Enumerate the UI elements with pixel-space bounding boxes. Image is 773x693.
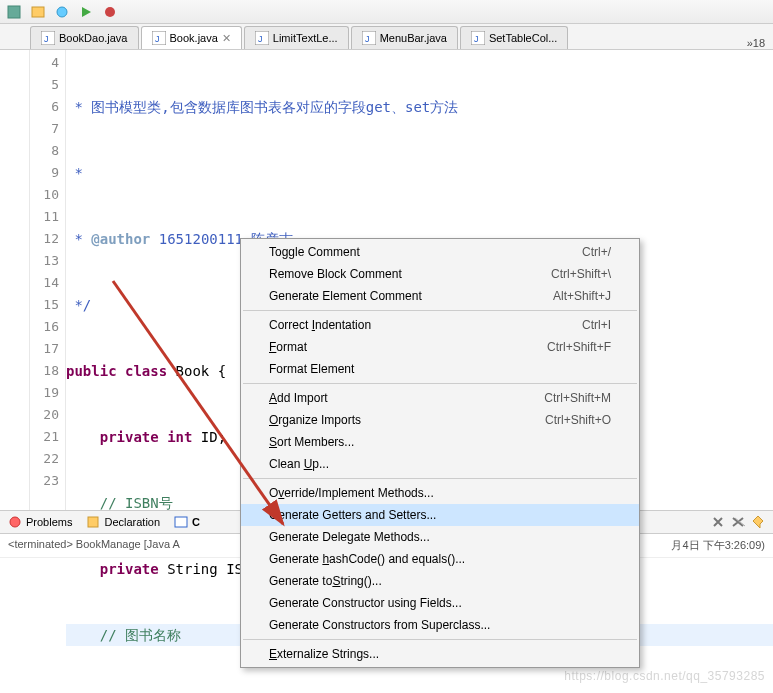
svg-text:J: J [258,34,263,44]
tab-label: MenuBar.java [380,32,447,44]
menu-item-label: Sort Members... [269,435,354,449]
menu-item[interactable]: Sort Members... [241,431,639,453]
svg-rect-1 [32,7,44,17]
menu-item-label: Correct Indentation [269,318,371,332]
menu-item-label: Toggle Comment [269,245,360,259]
line-number: 20 [30,404,59,426]
menu-item[interactable]: Override/Implement Methods... [241,482,639,504]
line-number: 23 [30,470,59,492]
menu-item-label: Add Import [269,391,328,405]
menu-item-shortcut: Ctrl+/ [582,245,611,259]
line-number: 18 [30,360,59,382]
menu-item-label: Remove Block Comment [269,267,402,281]
menu-item-shortcut: Ctrl+Shift+O [545,413,611,427]
tab-menubar[interactable]: J MenuBar.java [351,26,458,49]
tab-limittext[interactable]: J LimitTextLe... [244,26,349,49]
svg-text:J: J [365,34,370,44]
menu-item[interactable]: FormatCtrl+Shift+F [241,336,639,358]
svg-point-15 [10,517,20,527]
menu-item-label: Externalize Strings... [269,647,379,661]
line-number: 11 [30,206,59,228]
tab-bookdao[interactable]: J BookDao.java [30,26,139,49]
line-number: 7 [30,118,59,140]
menu-item-label: Generate hashCode() and equals()... [269,552,465,566]
toolbar-icon[interactable] [30,4,46,20]
menu-item-shortcut: Ctrl+Shift+F [547,340,611,354]
toolbar-icon[interactable] [78,4,94,20]
line-number: 15 [30,294,59,316]
menu-item[interactable]: Clean Up... [241,453,639,475]
menu-separator [243,310,637,311]
problems-icon [8,515,22,529]
svg-marker-3 [82,7,91,17]
menu-item[interactable]: Correct IndentationCtrl+I [241,314,639,336]
menu-item-shortcut: Ctrl+I [582,318,611,332]
menu-item[interactable]: Generate Element CommentAlt+Shift+J [241,285,639,307]
menu-item[interactable]: Generate Delegate Methods... [241,526,639,548]
folding-margin[interactable] [0,50,30,510]
menu-item-label: Override/Implement Methods... [269,486,434,500]
line-number: 6 [30,96,59,118]
menu-separator [243,478,637,479]
menu-item-label: Generate Delegate Methods... [269,530,430,544]
java-file-icon: J [362,31,376,45]
menu-item-shortcut: Ctrl+Shift+\ [551,267,611,281]
menu-item[interactable]: Add ImportCtrl+Shift+M [241,387,639,409]
tab-label: SetTableCol... [489,32,557,44]
tab-label: Book.java [170,32,218,44]
svg-text:J: J [155,34,160,44]
line-number: 17 [30,338,59,360]
svg-text:J: J [474,34,479,44]
menu-separator [243,383,637,384]
menu-item-label: Generate Element Comment [269,289,422,303]
tab-label: LimitTextLe... [273,32,338,44]
menu-item[interactable]: Remove Block CommentCtrl+Shift+\ [241,263,639,285]
menu-item-label: Format Element [269,362,354,376]
line-gutter: 4 5 6 7 8 9 10 11 12 13 14 15 16 17 18 1… [30,50,66,510]
line-number: 5 [30,74,59,96]
menu-item[interactable]: Organize ImportsCtrl+Shift+O [241,409,639,431]
menu-item-label: Generate Getters and Setters... [269,508,436,522]
menu-item-shortcut: Alt+Shift+J [553,289,611,303]
tab-problems[interactable]: Problems [8,515,72,529]
menu-item-label: Clean Up... [269,457,329,471]
watermark: https://blog.csdn.net/qq_35793285 [564,669,765,683]
menu-item-label: Generate toString()... [269,574,382,588]
close-icon[interactable]: ✕ [222,32,231,45]
line-number: 16 [30,316,59,338]
toolbar-icon[interactable] [102,4,118,20]
menu-item[interactable]: Generate Constructor using Fields... [241,592,639,614]
tab-book[interactable]: J Book.java ✕ [141,26,242,49]
tab-settablecol[interactable]: J SetTableCol... [460,26,568,49]
svg-text:J: J [44,34,49,44]
java-file-icon: J [255,31,269,45]
more-tabs-button[interactable]: »18 [739,37,773,49]
menu-item[interactable]: Externalize Strings... [241,643,639,665]
menu-item[interactable]: Generate toString()... [241,570,639,592]
svg-rect-0 [8,6,20,18]
line-number: 4 [30,52,59,74]
menu-item-shortcut: Ctrl+Shift+M [544,391,611,405]
java-file-icon: J [41,31,55,45]
line-number: 13 [30,250,59,272]
line-number: 19 [30,382,59,404]
line-number: 22 [30,448,59,470]
line-number: 12 [30,228,59,250]
svg-point-2 [57,7,67,17]
editor-tabs: J BookDao.java J Book.java ✕ J LimitText… [0,24,773,50]
menu-item-label: Format [269,340,307,354]
line-number: 8 [30,140,59,162]
svg-point-4 [105,7,115,17]
line-number: 21 [30,426,59,448]
menu-item[interactable]: Generate hashCode() and equals()... [241,548,639,570]
menu-item[interactable]: Format Element [241,358,639,380]
menu-item[interactable]: Toggle CommentCtrl+/ [241,241,639,263]
main-toolbar [0,0,773,24]
java-file-icon: J [471,31,485,45]
tab-label: BookDao.java [59,32,128,44]
toolbar-icon[interactable] [54,4,70,20]
menu-item[interactable]: Generate Getters and Setters... [241,504,639,526]
toolbar-icon[interactable] [6,4,22,20]
menu-item[interactable]: Generate Constructors from Superclass... [241,614,639,636]
source-context-menu: Toggle CommentCtrl+/Remove Block Comment… [240,238,640,668]
